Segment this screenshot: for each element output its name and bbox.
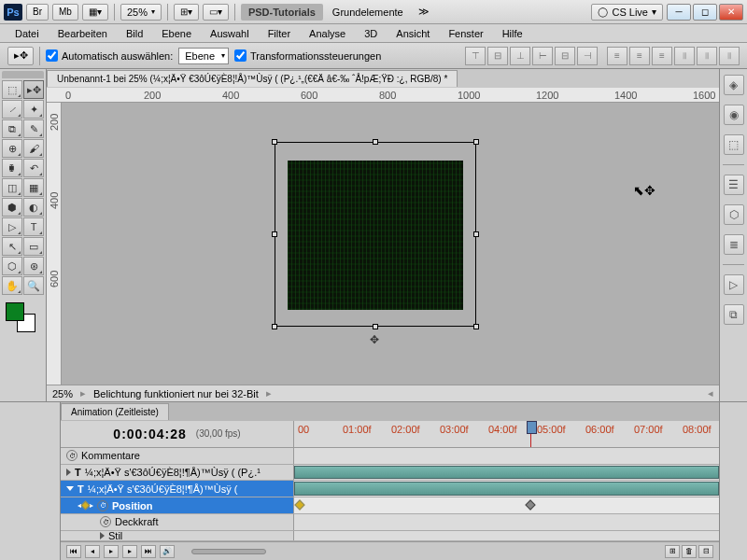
eyedropper-tool[interactable]: ✎ [23, 119, 44, 138]
zoom-dropdown[interactable]: 25% [120, 4, 162, 21]
align-right-icon[interactable]: ⊣ [577, 47, 598, 65]
distribute-bottom-icon[interactable]: ≡ [652, 47, 672, 65]
clip[interactable] [294, 466, 719, 480]
history-brush-tool[interactable]: ↶ [23, 159, 44, 177]
playhead[interactable] [530, 421, 531, 447]
brush-tool[interactable]: 🖌 [23, 139, 44, 158]
expand-icon[interactable] [66, 469, 71, 476]
zoom-level[interactable]: 25% [52, 388, 73, 399]
timeline-ruler[interactable]: 00 01:00f 02:00f 03:00f 04:00f 05:00f 06… [294, 421, 719, 447]
adjustments-panel-icon[interactable]: ☰ [724, 175, 744, 195]
menu-hilfe[interactable]: Hilfe [495, 26, 530, 41]
transform-handle-bl[interactable] [272, 324, 277, 329]
marquee-tool[interactable]: ▸✥ [23, 80, 44, 99]
transform-controls-checkbox[interactable]: Transformationssteuerungen [234, 49, 381, 62]
menu-ebene[interactable]: Ebene [154, 26, 199, 41]
play-button[interactable]: ▸ [104, 545, 119, 558]
healing-brush-tool[interactable]: ⊕ [2, 139, 22, 158]
menu-fenster[interactable]: Fenster [441, 26, 490, 41]
track-style[interactable]: Stil [61, 531, 719, 542]
align-top-icon[interactable]: ⊤ [465, 47, 486, 65]
track-comments[interactable]: ⏱Kommentare [61, 448, 719, 465]
transform-center[interactable]: ✥ [370, 333, 379, 346]
window-minimize[interactable]: ─ [667, 4, 691, 21]
current-time[interactable]: 0:00:04:28 [113, 427, 187, 441]
3d-camera-tool[interactable]: ⊛ [23, 257, 44, 275]
screen-mode-button[interactable]: ▭▾ [203, 4, 229, 21]
lasso-tool[interactable]: ⟋ [2, 100, 22, 119]
next-frame-button[interactable]: ▸ [122, 545, 137, 558]
rewind-button[interactable]: ⏮ [66, 545, 81, 558]
blur-tool[interactable]: ⬢ [2, 198, 22, 217]
document-tab[interactable]: Unbenannt-1 bei 25% (¼;x¦Ä•Ÿ €3ôÚ€ÿÈ8¦!Å… [47, 70, 458, 87]
view-extras-button[interactable]: ▦▾ [82, 4, 108, 21]
move-tool-icon[interactable]: ▸✥ [7, 47, 34, 65]
workspace-more[interactable]: ≫ [413, 6, 435, 18]
dodge-tool[interactable]: ◐ [23, 198, 44, 217]
styles-panel-icon[interactable]: ≣ [724, 234, 744, 255]
stopwatch-icon[interactable]: ⏱ [97, 500, 108, 511]
track-layer-1[interactable]: T¼;x¦Ä•Ÿ s'€3ôÚ€ÿÈ8¦!¶Å)™Ùsÿ ( (P¿.¹ [61, 465, 719, 482]
align-left-icon[interactable]: ⊢ [532, 47, 553, 65]
window-maximize[interactable]: ◻ [693, 4, 717, 21]
canvas[interactable]: ✥ ⬉✥ [62, 103, 719, 385]
arrange-button[interactable]: ⊞▾ [174, 4, 199, 21]
collapse-icon[interactable] [66, 486, 74, 491]
pen-tool[interactable]: ▷ [2, 217, 22, 236]
keyframe[interactable] [525, 500, 535, 511]
transform-handle-bc[interactable] [373, 324, 378, 329]
align-vcenter-icon[interactable]: ⊟ [487, 47, 508, 65]
expand-icon[interactable] [100, 532, 105, 539]
transform-handle-tc[interactable] [373, 139, 378, 145]
animation-tab-timeline[interactable]: Animation (Zeitleiste) [61, 403, 169, 420]
toolbox-grip[interactable] [2, 71, 44, 78]
foreground-color[interactable] [6, 302, 24, 321]
bridge-button[interactable]: Br [26, 4, 49, 21]
track-position[interactable]: ◂▸⏱Position [61, 497, 719, 514]
menu-3d[interactable]: 3D [357, 26, 385, 41]
distribute-right-icon[interactable]: ⦀ [719, 47, 740, 65]
play-panel-icon[interactable]: ▷ [724, 274, 744, 295]
vertical-ruler[interactable]: 200 400 600 [47, 103, 62, 385]
eraser-tool[interactable]: ◫ [2, 178, 22, 197]
align-hcenter-icon[interactable]: ⊟ [555, 47, 575, 65]
workspace-grundelemente[interactable]: Grundelemente [327, 7, 409, 18]
layers-icon[interactable]: ⧉ [724, 304, 744, 325]
auto-select-dropdown[interactable]: Ebene [178, 48, 229, 64]
delete-button[interactable]: 🗑 [682, 545, 697, 558]
stopwatch-icon[interactable]: ⏱ [66, 450, 78, 461]
convert-button[interactable]: ⊟ [698, 545, 713, 558]
window-close[interactable]: ✕ [719, 4, 743, 21]
gradient-tool[interactable]: ▦ [23, 178, 44, 197]
distribute-top-icon[interactable]: ≡ [607, 47, 627, 65]
swatches-panel-icon[interactable]: ⬡ [724, 204, 744, 225]
type-tool[interactable]: T [23, 217, 44, 236]
transform-handle-tl[interactable] [272, 139, 277, 145]
transform-handle-tr[interactable] [473, 139, 479, 145]
stopwatch-icon[interactable]: ⏱ [100, 516, 111, 527]
menu-bearbeiten[interactable]: Bearbeiten [50, 26, 115, 41]
menu-ansicht[interactable]: Ansicht [388, 26, 437, 41]
distribute-hcenter-icon[interactable]: ⦀ [697, 47, 717, 65]
hand-tool[interactable]: ✋ [2, 276, 22, 295]
workspace-psd-tutorials[interactable]: PSD-Tutorials [241, 4, 323, 21]
menu-filter[interactable]: Filter [261, 26, 298, 41]
track-opacity[interactable]: ⏱Deckkraft [61, 514, 719, 531]
3d-paint-icon[interactable]: ◉ [724, 105, 744, 125]
transform-handle-ml[interactable] [272, 231, 277, 237]
menu-bild[interactable]: Bild [119, 26, 150, 41]
mini-bridge-button[interactable]: Mb [52, 4, 78, 21]
zoom-tool[interactable]: 🔍 [23, 276, 44, 295]
keyframe[interactable] [294, 500, 304, 511]
menu-analyse[interactable]: Analyse [302, 26, 353, 41]
distribute-left-icon[interactable]: ⦀ [674, 47, 695, 65]
transform-bounding-box[interactable]: ✥ [275, 142, 476, 327]
path-select-tool[interactable]: ↖ [2, 237, 22, 256]
forward-button[interactable]: ⏭ [141, 545, 156, 558]
magic-wand-tool[interactable]: ✦ [23, 100, 44, 119]
distribute-vcenter-icon[interactable]: ≡ [629, 47, 650, 65]
align-bottom-icon[interactable]: ⊥ [510, 47, 530, 65]
shape-tool[interactable]: ▭ [23, 237, 44, 256]
prev-frame-button[interactable]: ◂ [85, 545, 100, 558]
auto-select-checkbox[interactable]: Automatisch auswählen: [46, 49, 173, 62]
